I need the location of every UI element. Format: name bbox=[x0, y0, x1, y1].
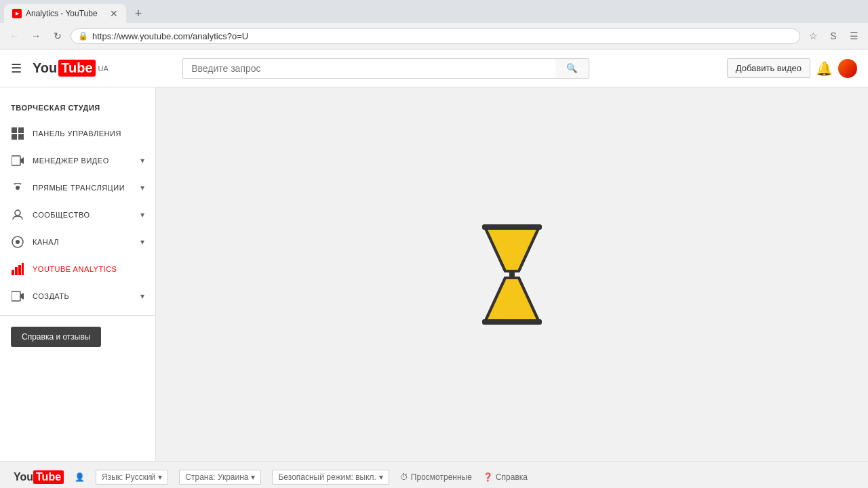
sidebar-item-video-manager[interactable]: МЕНЕДЖЕР ВИДЕО ▾ bbox=[0, 147, 155, 174]
safe-mode-selector[interactable]: Безопасный режим: выкл. ▾ bbox=[272, 470, 389, 485]
svg-point-9 bbox=[16, 240, 20, 244]
lock-icon: 🔒 bbox=[78, 31, 88, 41]
language-selector[interactable]: Язык: Русский ▾ bbox=[96, 470, 168, 485]
sidebar-item-label: ПАНЕЛЬ УПРАВЛЕНИЯ bbox=[33, 129, 144, 138]
sidebar-section-title: ТВОРЧЕСКАЯ СТУДИЯ bbox=[0, 98, 155, 120]
sidebar-item-channel[interactable]: КАНАЛ ▾ bbox=[0, 228, 155, 256]
svg-rect-4 bbox=[12, 156, 20, 165]
search-input[interactable] bbox=[182, 58, 555, 79]
tab-close-button[interactable]: ✕ bbox=[110, 8, 118, 19]
sidebar-item-label: СООБЩЕСТВО bbox=[33, 211, 132, 219]
history-icon: ⏱ bbox=[400, 472, 408, 482]
help-button[interactable]: Справка и отзывы bbox=[11, 327, 101, 347]
refresh-button[interactable]: ↻ bbox=[49, 27, 66, 45]
notifications-bell-icon[interactable]: 🔔 bbox=[816, 60, 833, 77]
help-link[interactable]: ❓ Справка bbox=[483, 472, 528, 482]
footer-logo-red: Tube bbox=[33, 470, 64, 484]
logo-text-before: You bbox=[33, 60, 57, 76]
search-button[interactable]: 🔍 bbox=[555, 58, 589, 79]
chevron-down-icon: ▾ bbox=[140, 237, 145, 247]
video-manager-icon bbox=[11, 154, 24, 167]
tab-title: Analytics - YouTube bbox=[26, 9, 106, 18]
svg-rect-0 bbox=[12, 127, 17, 133]
svg-rect-11 bbox=[15, 267, 18, 275]
content-area bbox=[156, 87, 868, 461]
active-tab[interactable]: Analytics - YouTube ✕ bbox=[4, 4, 126, 23]
tab-favicon bbox=[12, 9, 22, 18]
svg-rect-3 bbox=[18, 134, 24, 140]
sidebar-item-label: МЕНЕДЖЕР ВИДЕО bbox=[33, 157, 132, 165]
safe-mode-label: Безопасный режим: выкл. bbox=[278, 472, 376, 482]
user-avatar[interactable] bbox=[838, 59, 857, 78]
language-dropdown-icon: ▾ bbox=[158, 472, 162, 482]
country-dropdown-icon: ▾ bbox=[251, 472, 255, 482]
loading-indicator bbox=[471, 220, 553, 329]
sidebar-item-analytics[interactable]: YOUTUBE ANALYTICS bbox=[0, 256, 155, 283]
new-tab-button[interactable]: + bbox=[129, 4, 148, 23]
sidebar-item-dashboard[interactable]: ПАНЕЛЬ УПРАВЛЕНИЯ bbox=[0, 120, 155, 147]
footer-logo-text-before: You bbox=[14, 471, 33, 483]
sidebar-divider bbox=[0, 315, 155, 316]
create-icon bbox=[11, 289, 24, 303]
analytics-icon bbox=[11, 262, 24, 276]
tab-bar: Analytics - YouTube ✕ + bbox=[0, 0, 868, 23]
chevron-down-icon: ▾ bbox=[140, 210, 145, 220]
extension-button[interactable]: S bbox=[825, 27, 842, 45]
safe-mode-dropdown-icon: ▾ bbox=[379, 472, 383, 482]
svg-rect-1 bbox=[18, 127, 24, 133]
hourglass-icon bbox=[471, 220, 553, 329]
hamburger-menu-icon[interactable]: ☰ bbox=[11, 61, 22, 76]
sidebar-item-label: ПРЯМЫЕ ТРАНСЛЯЦИИ bbox=[33, 184, 132, 192]
svg-point-6 bbox=[16, 186, 20, 190]
footer-logo[interactable]: You Tube bbox=[14, 470, 64, 484]
logo-ua: UA bbox=[98, 64, 108, 73]
yt-header: ☰ You Tube UA 🔍 Добавить видео 🔔 bbox=[0, 49, 868, 87]
menu-button[interactable]: ☰ bbox=[845, 27, 863, 45]
country-selector[interactable]: Страна: Украина ▾ bbox=[179, 470, 261, 485]
main-area: ТВОРЧЕСКАЯ СТУДИЯ ПАНЕЛЬ УПРАВЛЕНИЯ МЕНЕ… bbox=[0, 87, 868, 461]
language-label: Язык: Русский bbox=[102, 472, 155, 482]
forward-button[interactable]: → bbox=[27, 27, 45, 45]
country-label: Страна: Украина bbox=[185, 472, 248, 482]
community-icon bbox=[11, 208, 24, 222]
svg-rect-13 bbox=[22, 263, 24, 275]
upload-button[interactable]: Добавить видео bbox=[727, 58, 810, 78]
sidebar-item-label: КАНАЛ bbox=[33, 238, 132, 246]
sidebar-item-label: СОЗДАТЬ bbox=[33, 292, 132, 300]
chevron-down-icon: ▾ bbox=[140, 183, 145, 192]
back-button[interactable]: ← bbox=[5, 27, 23, 45]
sidebar-item-live[interactable]: ПРЯМЫЕ ТРАНСЛЯЦИИ ▾ bbox=[0, 174, 155, 201]
chevron-down-icon: ▾ bbox=[140, 156, 145, 165]
logo-text-red: Tube bbox=[58, 60, 95, 77]
sidebar: ТВОРЧЕСКАЯ СТУДИЯ ПАНЕЛЬ УПРАВЛЕНИЯ МЕНЕ… bbox=[0, 87, 156, 461]
address-text: https://www.youtube.com/analytics?o=U bbox=[92, 31, 793, 41]
sidebar-item-community[interactable]: СООБЩЕСТВО ▾ bbox=[0, 201, 155, 228]
history-label: Просмотренные bbox=[411, 472, 472, 482]
youtube-page: ☰ You Tube UA 🔍 Добавить видео 🔔 ТВОРЧЕС… bbox=[0, 49, 868, 488]
youtube-logo[interactable]: You Tube UA bbox=[33, 60, 108, 77]
footer-user-icon-item[interactable]: 👤 bbox=[75, 472, 85, 482]
svg-rect-10 bbox=[12, 270, 14, 275]
header-right: Добавить видео 🔔 bbox=[727, 58, 857, 78]
browser-chrome: Analytics - YouTube ✕ + ← → ↻ 🔒 https://… bbox=[0, 0, 868, 49]
svg-rect-24 bbox=[482, 319, 542, 325]
user-icon: 👤 bbox=[75, 472, 85, 482]
history-link[interactable]: ⏱ Просмотренные bbox=[400, 472, 472, 482]
sidebar-item-label: YOUTUBE ANALYTICS bbox=[33, 265, 144, 273]
address-bar[interactable]: 🔒 https://www.youtube.com/analytics?o=U bbox=[71, 28, 800, 44]
help-label: Справка bbox=[496, 472, 528, 482]
chevron-down-icon: ▾ bbox=[140, 291, 145, 301]
svg-rect-12 bbox=[18, 265, 21, 275]
nav-bar: ← → ↻ 🔒 https://www.youtube.com/analytic… bbox=[0, 23, 868, 49]
svg-rect-23 bbox=[482, 224, 542, 230]
svg-rect-25 bbox=[509, 270, 515, 279]
sidebar-item-create[interactable]: СОЗДАТЬ ▾ bbox=[0, 283, 155, 310]
svg-point-7 bbox=[15, 210, 20, 216]
live-icon bbox=[11, 181, 24, 195]
svg-rect-2 bbox=[12, 134, 17, 140]
bookmark-button[interactable]: ☆ bbox=[804, 27, 822, 45]
help-icon: ❓ bbox=[483, 472, 493, 482]
dashboard-icon bbox=[11, 127, 24, 140]
nav-actions: ☆ S ☰ bbox=[804, 27, 863, 45]
search-bar: 🔍 bbox=[182, 58, 589, 79]
